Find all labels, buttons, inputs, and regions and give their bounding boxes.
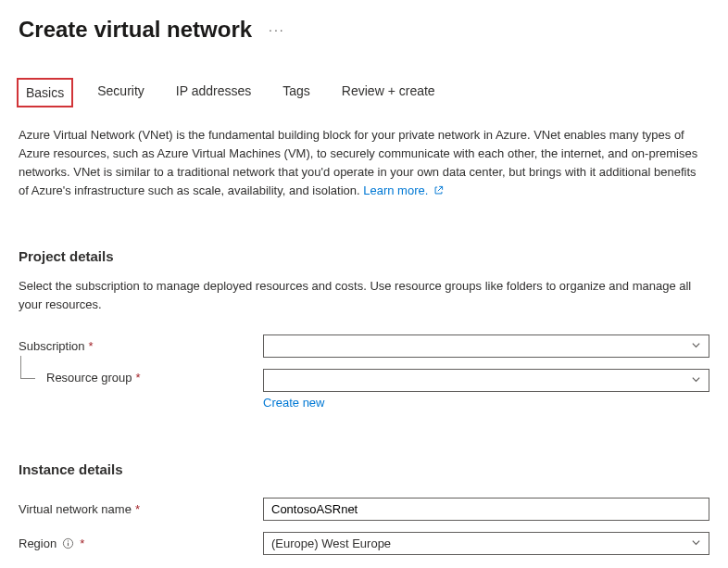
chevron-down-icon [691, 339, 701, 353]
resource-group-select[interactable] [263, 369, 709, 392]
intro-text: Azure Virtual Network (VNet) is the fund… [19, 126, 709, 202]
more-actions-icon[interactable]: ··· [269, 22, 285, 37]
page-title: Create virtual network [19, 17, 252, 43]
external-link-icon [433, 183, 444, 201]
tab-tags[interactable]: Tags [279, 78, 314, 107]
vnet-name-field[interactable] [271, 502, 701, 516]
indent-connector [19, 369, 46, 389]
tab-ip-addresses[interactable]: IP addresses [172, 78, 255, 107]
resource-group-label: Resource group* [46, 369, 141, 389]
chevron-down-icon [691, 373, 701, 387]
project-details-heading: Project details [19, 248, 709, 264]
tabs: Basics Security IP addresses Tags Review… [19, 78, 709, 107]
intro-body: Azure Virtual Network (VNet) is the fund… [19, 128, 697, 197]
info-icon[interactable] [62, 537, 74, 549]
project-details-desc: Select the subscription to manage deploy… [19, 277, 709, 314]
subscription-select[interactable] [263, 334, 709, 358]
svg-point-2 [68, 540, 69, 541]
tab-review-create[interactable]: Review + create [338, 78, 439, 107]
chevron-down-icon [691, 536, 701, 550]
vnet-name-label: Virtual network name* [19, 502, 263, 516]
region-value: (Europe) West Europe [271, 536, 391, 550]
learn-more-link[interactable]: Learn more. [363, 183, 444, 197]
region-label: Region * [19, 536, 263, 550]
instance-details-heading: Instance details [19, 461, 709, 477]
region-select[interactable]: (Europe) West Europe [263, 532, 709, 555]
create-new-link[interactable]: Create new [263, 396, 324, 410]
tab-security[interactable]: Security [94, 78, 148, 107]
vnet-name-input[interactable] [263, 498, 709, 521]
tab-basics[interactable]: Basics [17, 78, 73, 107]
subscription-label: Subscription* [19, 339, 263, 353]
learn-more-label: Learn more. [363, 183, 428, 197]
